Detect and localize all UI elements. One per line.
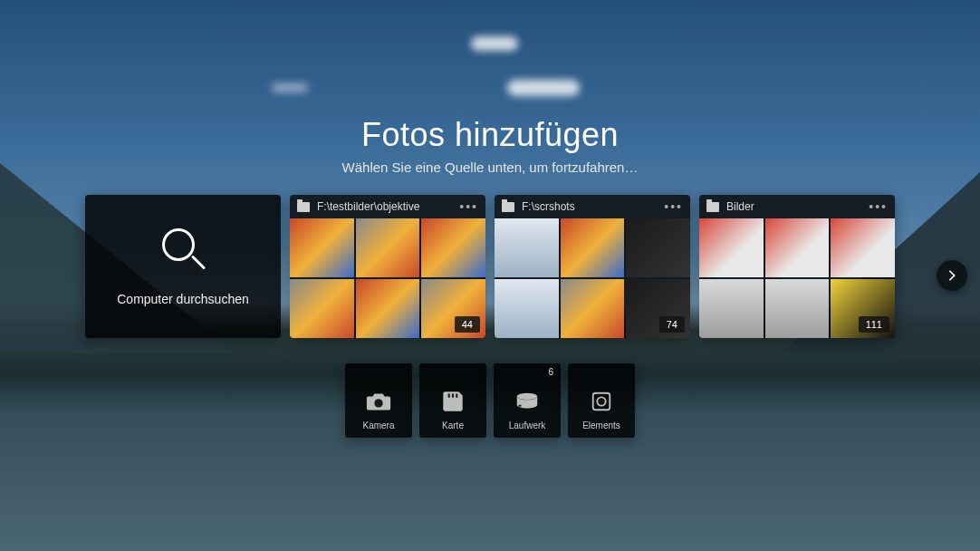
- more-count-badge: 44: [455, 316, 480, 333]
- thumbnail[interactable]: 74: [626, 279, 690, 338]
- page-subtitle: Wählen Sie eine Quelle unten, um fortzuf…: [342, 160, 639, 175]
- drive-icon: [514, 390, 541, 413]
- thumbnail[interactable]: [626, 218, 690, 277]
- svg-rect-3: [456, 393, 457, 397]
- svg-rect-5: [519, 405, 522, 407]
- camera-icon: [365, 390, 392, 413]
- svg-rect-6: [593, 393, 610, 411]
- source-label: Karte: [442, 420, 464, 430]
- source-camera[interactable]: Kamera: [345, 363, 412, 438]
- search-icon: [159, 227, 207, 276]
- svg-point-0: [374, 399, 382, 407]
- folder-thumbnails: 44: [290, 218, 485, 338]
- folder-header: Bilder •••: [699, 195, 895, 218]
- svg-rect-2: [452, 393, 454, 397]
- source-cards-row: Computer durchsuchen F:\testbilder\objek…: [85, 195, 895, 338]
- sd-card-icon: [439, 390, 466, 413]
- search-computer-label: Computer durchsuchen: [117, 292, 249, 306]
- thumbnail[interactable]: [561, 218, 625, 277]
- page-title: Fotos hinzufügen: [361, 116, 619, 154]
- folder-header: F:\testbilder\objektive •••: [290, 195, 485, 218]
- folder-icon: [502, 202, 514, 212]
- thumbnail[interactable]: [356, 218, 420, 277]
- thumbnail[interactable]: [699, 279, 764, 338]
- thumbnail[interactable]: [356, 279, 420, 338]
- elements-icon: [588, 390, 615, 413]
- thumbnail[interactable]: [495, 279, 559, 338]
- source-label: Laufwerk: [509, 420, 546, 430]
- folder-name: F:\scrshots: [522, 200, 657, 213]
- source-card[interactable]: Karte: [419, 363, 486, 438]
- thumbnail[interactable]: [421, 218, 485, 277]
- thumbnail[interactable]: [765, 218, 830, 277]
- folder-more-button[interactable]: •••: [664, 200, 683, 213]
- folder-thumbnails: 111: [699, 218, 895, 338]
- svg-point-4: [517, 393, 538, 401]
- thumbnail[interactable]: [290, 279, 354, 338]
- device-sources-row: Kamera Karte 6 Laufwerk: [345, 363, 635, 438]
- chevron-right-icon: [946, 269, 958, 282]
- more-count-badge: 74: [659, 316, 685, 333]
- thumbnail[interactable]: 111: [831, 279, 895, 338]
- svg-rect-1: [448, 393, 450, 397]
- source-drive[interactable]: 6 Laufwerk: [494, 363, 561, 438]
- thumbnail[interactable]: [290, 218, 354, 277]
- thumbnail[interactable]: [495, 218, 559, 277]
- thumbnail[interactable]: 44: [421, 279, 485, 338]
- folder-header: F:\scrshots •••: [495, 195, 690, 218]
- source-elements[interactable]: Elements: [568, 363, 635, 438]
- more-count-badge: 111: [859, 316, 889, 333]
- search-computer-card[interactable]: Computer durchsuchen: [85, 195, 281, 338]
- thumbnail[interactable]: [699, 218, 764, 277]
- thumbnail[interactable]: [831, 218, 895, 277]
- folder-more-button[interactable]: •••: [459, 200, 478, 213]
- folder-icon: [297, 202, 310, 212]
- source-label: Kamera: [362, 420, 394, 430]
- source-label: Elements: [582, 420, 620, 430]
- folder-card[interactable]: F:\testbilder\objektive ••• 44: [290, 195, 485, 338]
- drive-count-badge: 6: [548, 367, 553, 377]
- folder-card[interactable]: F:\scrshots ••• 74: [495, 195, 690, 338]
- thumbnail[interactable]: [561, 279, 625, 338]
- folder-more-button[interactable]: •••: [869, 200, 888, 213]
- folder-icon: [706, 202, 719, 212]
- next-page-button[interactable]: [937, 260, 967, 291]
- thumbnail[interactable]: [765, 279, 830, 338]
- folder-name: Bilder: [726, 200, 861, 213]
- svg-point-7: [597, 397, 605, 405]
- folder-thumbnails: 74: [495, 218, 690, 338]
- folder-card[interactable]: Bilder ••• 111: [699, 195, 895, 338]
- folder-name: F:\testbilder\objektive: [317, 200, 452, 213]
